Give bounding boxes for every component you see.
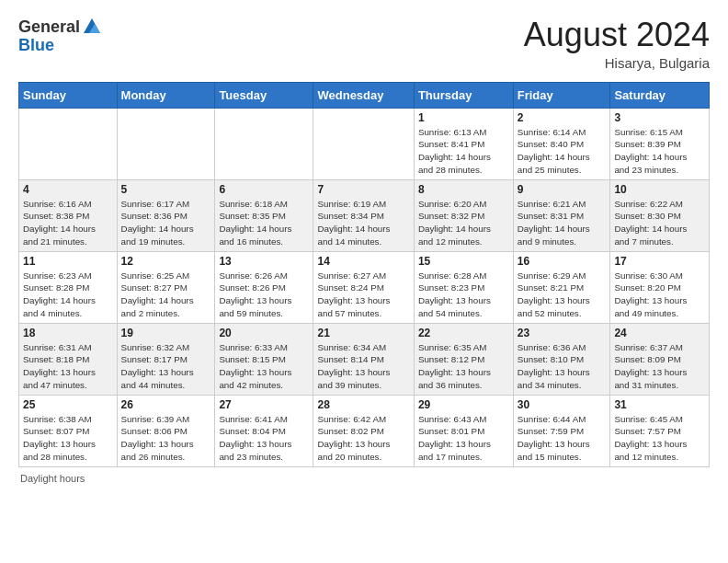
day-number: 29 — [418, 398, 509, 411]
calendar-cell: 17Sunrise: 6:30 AM Sunset: 8:20 PM Dayli… — [610, 251, 710, 323]
day-number: 22 — [418, 327, 509, 339]
calendar-cell: 16Sunrise: 6:29 AM Sunset: 8:21 PM Dayli… — [513, 251, 610, 323]
day-number: 20 — [219, 327, 309, 339]
day-number: 28 — [317, 398, 409, 411]
day-info: Sunrise: 6:26 AM Sunset: 8:26 PM Dayligh… — [219, 270, 309, 320]
day-info: Sunrise: 6:18 AM Sunset: 8:35 PM Dayligh… — [219, 198, 309, 248]
day-info: Sunrise: 6:19 AM Sunset: 8:34 PM Dayligh… — [317, 198, 409, 248]
calendar-header-row: Sunday Monday Tuesday Wednesday Thursday… — [19, 82, 710, 108]
calendar-cell: 21Sunrise: 6:34 AM Sunset: 8:14 PM Dayli… — [313, 323, 414, 395]
day-info: Sunrise: 6:27 AM Sunset: 8:24 PM Dayligh… — [317, 270, 409, 320]
day-number: 10 — [614, 183, 705, 196]
calendar-cell: 14Sunrise: 6:27 AM Sunset: 8:24 PM Dayli… — [313, 251, 414, 323]
day-info: Sunrise: 6:28 AM Sunset: 8:23 PM Dayligh… — [418, 270, 509, 320]
day-number: 9 — [518, 183, 607, 196]
logo-blue-text: Blue — [18, 36, 54, 54]
calendar-cell: 24Sunrise: 6:37 AM Sunset: 8:09 PM Dayli… — [610, 323, 710, 395]
calendar-cell: 1Sunrise: 6:13 AM Sunset: 8:41 PM Daylig… — [414, 108, 513, 179]
day-info: Sunrise: 6:41 AM Sunset: 8:04 PM Dayligh… — [219, 413, 309, 464]
day-info: Sunrise: 6:36 AM Sunset: 8:10 PM Dayligh… — [518, 341, 607, 392]
calendar-cell: 11Sunrise: 6:23 AM Sunset: 8:28 PM Dayli… — [19, 251, 118, 323]
day-info: Sunrise: 6:30 AM Sunset: 8:20 PM Dayligh… — [614, 270, 705, 320]
calendar-cell: 18Sunrise: 6:31 AM Sunset: 8:18 PM Dayli… — [19, 323, 118, 395]
day-info: Sunrise: 6:21 AM Sunset: 8:31 PM Dayligh… — [518, 198, 607, 248]
day-number: 14 — [317, 255, 409, 268]
day-number: 25 — [23, 398, 113, 411]
day-number: 16 — [518, 255, 607, 268]
day-number: 7 — [317, 183, 409, 196]
calendar-week-2: 4Sunrise: 6:16 AM Sunset: 8:38 PM Daylig… — [19, 179, 710, 251]
calendar-cell — [19, 108, 118, 179]
day-info: Sunrise: 6:32 AM Sunset: 8:17 PM Dayligh… — [121, 341, 211, 392]
day-number: 24 — [614, 327, 705, 339]
calendar-cell: 25Sunrise: 6:38 AM Sunset: 8:07 PM Dayli… — [19, 395, 118, 466]
calendar-cell: 12Sunrise: 6:25 AM Sunset: 8:27 PM Dayli… — [117, 251, 215, 323]
calendar-cell: 31Sunrise: 6:45 AM Sunset: 7:57 PM Dayli… — [610, 395, 710, 466]
calendar-cell: 10Sunrise: 6:22 AM Sunset: 8:30 PM Dayli… — [610, 179, 710, 251]
calendar-cell: 19Sunrise: 6:32 AM Sunset: 8:17 PM Dayli… — [117, 323, 215, 395]
day-number: 19 — [121, 327, 211, 339]
day-number: 21 — [317, 327, 409, 339]
day-info: Sunrise: 6:20 AM Sunset: 8:32 PM Dayligh… — [418, 198, 509, 248]
calendar-cell — [313, 108, 414, 179]
day-number: 11 — [23, 255, 113, 268]
calendar-cell: 15Sunrise: 6:28 AM Sunset: 8:23 PM Dayli… — [414, 251, 513, 323]
col-tuesday: Tuesday — [215, 82, 313, 108]
day-info: Sunrise: 6:45 AM Sunset: 7:57 PM Dayligh… — [614, 413, 705, 464]
calendar-cell — [215, 108, 313, 179]
day-number: 8 — [418, 183, 509, 196]
day-number: 18 — [23, 327, 113, 339]
calendar-cell: 7Sunrise: 6:19 AM Sunset: 8:34 PM Daylig… — [313, 179, 414, 251]
calendar-cell: 4Sunrise: 6:16 AM Sunset: 8:38 PM Daylig… — [19, 179, 118, 251]
day-info: Sunrise: 6:42 AM Sunset: 8:02 PM Dayligh… — [317, 413, 409, 464]
day-info: Sunrise: 6:16 AM Sunset: 8:38 PM Dayligh… — [23, 198, 113, 248]
calendar-table: Sunday Monday Tuesday Wednesday Thursday… — [18, 82, 710, 467]
day-info: Sunrise: 6:22 AM Sunset: 8:30 PM Dayligh… — [614, 198, 705, 248]
calendar-cell — [117, 108, 215, 179]
day-number: 27 — [219, 398, 309, 411]
calendar-week-5: 25Sunrise: 6:38 AM Sunset: 8:07 PM Dayli… — [19, 395, 710, 466]
col-friday: Friday — [513, 82, 610, 108]
day-info: Sunrise: 6:43 AM Sunset: 8:01 PM Dayligh… — [418, 413, 509, 464]
col-monday: Monday — [117, 82, 215, 108]
day-number: 31 — [614, 398, 705, 411]
col-sunday: Sunday — [19, 82, 118, 108]
day-info: Sunrise: 6:38 AM Sunset: 8:07 PM Dayligh… — [23, 413, 113, 464]
day-number: 13 — [219, 255, 309, 268]
day-info: Sunrise: 6:44 AM Sunset: 7:59 PM Dayligh… — [518, 413, 607, 464]
day-info: Sunrise: 6:14 AM Sunset: 8:40 PM Dayligh… — [518, 126, 607, 177]
calendar-cell: 5Sunrise: 6:17 AM Sunset: 8:36 PM Daylig… — [117, 179, 215, 251]
day-info: Sunrise: 6:15 AM Sunset: 8:39 PM Dayligh… — [614, 126, 705, 177]
calendar-cell: 26Sunrise: 6:39 AM Sunset: 8:06 PM Dayli… — [117, 395, 215, 466]
day-number: 5 — [121, 183, 211, 196]
calendar-week-3: 11Sunrise: 6:23 AM Sunset: 8:28 PM Dayli… — [19, 251, 710, 323]
header: General Blue August 2024 Hisarya, Bulgar… — [18, 17, 710, 71]
logo-general-text: General — [18, 18, 80, 35]
day-number: 23 — [518, 327, 607, 339]
day-number: 2 — [518, 111, 607, 124]
day-number: 26 — [121, 398, 211, 411]
title-block: August 2024 Hisarya, Bulgaria — [524, 17, 710, 71]
calendar-cell: 2Sunrise: 6:14 AM Sunset: 8:40 PM Daylig… — [513, 108, 610, 179]
col-saturday: Saturday — [610, 82, 710, 108]
day-info: Sunrise: 6:29 AM Sunset: 8:21 PM Dayligh… — [518, 270, 607, 320]
day-number: 4 — [23, 183, 113, 196]
day-info: Sunrise: 6:34 AM Sunset: 8:14 PM Dayligh… — [317, 341, 409, 392]
calendar-cell: 27Sunrise: 6:41 AM Sunset: 8:04 PM Dayli… — [215, 395, 313, 466]
day-info: Sunrise: 6:23 AM Sunset: 8:28 PM Dayligh… — [23, 270, 113, 320]
day-info: Sunrise: 6:31 AM Sunset: 8:18 PM Dayligh… — [23, 341, 113, 392]
day-number: 1 — [418, 111, 509, 124]
calendar-cell: 28Sunrise: 6:42 AM Sunset: 8:02 PM Dayli… — [313, 395, 414, 466]
calendar-week-1: 1Sunrise: 6:13 AM Sunset: 8:41 PM Daylig… — [19, 108, 710, 179]
footer: Daylight hours — [18, 473, 710, 484]
col-thursday: Thursday — [414, 82, 513, 108]
day-info: Sunrise: 6:39 AM Sunset: 8:06 PM Dayligh… — [121, 413, 211, 464]
calendar-cell: 29Sunrise: 6:43 AM Sunset: 8:01 PM Dayli… — [414, 395, 513, 466]
logo: General Blue — [18, 17, 102, 54]
calendar-cell: 20Sunrise: 6:33 AM Sunset: 8:15 PM Dayli… — [215, 323, 313, 395]
day-info: Sunrise: 6:17 AM Sunset: 8:36 PM Dayligh… — [121, 198, 211, 248]
col-wednesday: Wednesday — [313, 82, 414, 108]
day-number: 15 — [418, 255, 509, 268]
footer-text: Daylight hours — [20, 473, 85, 484]
calendar-cell: 8Sunrise: 6:20 AM Sunset: 8:32 PM Daylig… — [414, 179, 513, 251]
